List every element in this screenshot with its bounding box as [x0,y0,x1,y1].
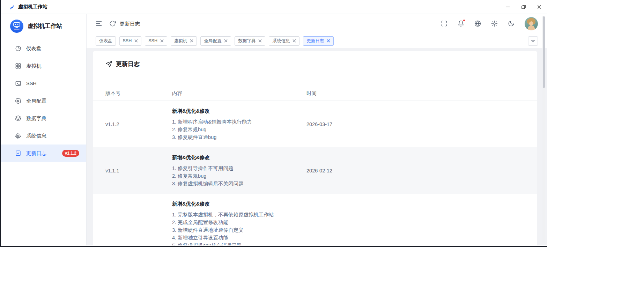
sidebar-item-vm[interactable]: 虚拟机 [1,57,86,75]
sidebar-item-global-config[interactable]: 全局配置 [1,92,86,110]
table-row: v1.1.1 新增&优化&修改 1. 修复引导操作不可用问题 2. 修复常规bu… [93,147,537,194]
user-avatar[interactable] [525,17,538,30]
log-items: 1. 完整版本虚拟机，不再依赖原虚拟机工作站 2. 完成全局配置修改功能 3. … [172,211,306,245]
tab-close-icon[interactable] [293,39,296,43]
terminal-icon [15,80,21,87]
cpu-icon [15,133,21,139]
log-item: 3. 新增硬件直通地址透传自定义 [172,226,306,234]
tab-label: 仪表盘 [99,38,112,44]
log-item: 1. 修复引导操作不可用问题 [172,164,306,172]
layers-icon [15,115,21,121]
content-cell: 新增&优化&修改 1. 新增程序启动&销毁脚本执行能力 2. 修复常规bug 3… [172,107,306,141]
tab-label: 系统信息 [272,38,290,44]
minimize-button[interactable] [500,0,516,14]
breadcrumb: 更新日志 [120,21,140,27]
log-heading: 新增&优化&修改 [172,107,306,115]
tab-data-dictionary[interactable]: 数据字典 [235,36,265,46]
notifications-button[interactable] [458,20,465,27]
window-title: 虚拟机工作站 [18,4,47,10]
vertical-scrollbar[interactable] [542,16,545,243]
log-items: 1. 新增程序启动&销毁脚本执行能力 2. 修复常规bug 3. 修复硬件直通b… [172,118,306,141]
dark-mode-moon-icon[interactable] [508,20,515,27]
tab-close-icon[interactable] [327,39,330,43]
version-badge: v1.1.2 [62,150,79,157]
sidebar-item-label: 系统信息 [26,133,46,139]
changelog-icon [15,150,21,156]
topbar: 更新日志 [87,14,547,34]
log-heading: 新增&优化&修改 [172,154,306,161]
time-cell: 2026-03-17 [306,121,525,127]
tab-close-icon[interactable] [190,39,193,43]
sidebar-item-dashboard[interactable]: 仪表盘 [1,40,86,57]
log-item: 3. 修复虚拟机编辑后不关闭问题 [172,180,306,187]
sidebar-item-system-info[interactable]: 系统信息 [1,127,86,144]
table-row: v1.1.2 新增&优化&修改 1. 新增程序启动&销毁脚本执行能力 2. 修复… [93,101,537,147]
globe-icon[interactable] [474,20,481,27]
content-area: 更新日志 版本号 内容 时间 v1.1.2 新增&优化&修改 [87,48,547,245]
tab-close-icon[interactable] [160,39,164,43]
close-button[interactable] [531,0,547,14]
tab-label: 全局配置 [204,38,221,44]
send-icon [105,61,112,68]
sidebar-item-ssh[interactable]: SSH [1,75,86,92]
fullscreen-icon[interactable] [441,20,448,27]
card-title: 更新日志 [116,60,140,68]
sidebar-logo-row: Libvirt 虚拟机工作站 [1,17,86,36]
sidebar-app-title: 虚拟机工作站 [28,22,62,30]
sidebar-item-changelog[interactable]: 更新日志 v1.1.2 [1,144,86,162]
scrollbar-thumb[interactable] [543,16,545,88]
log-item: 1. 新增程序启动&销毁脚本执行能力 [172,118,306,126]
tab-dashboard[interactable]: 仪表盘 [96,36,116,46]
window-controls [500,0,547,14]
sidebar-item-label: 更新日志 [26,150,46,157]
column-content: 内容 [172,90,306,97]
titlebar: 虚拟机工作站 [1,0,547,14]
maximize-button[interactable] [516,0,531,14]
tab-label: 更新日志 [306,38,324,44]
tab-label: SSH [148,38,157,43]
log-item: 2. 修复常规bug [172,126,306,133]
tab-system-info[interactable]: 系统信息 [269,36,299,46]
changelog-table: 版本号 内容 时间 v1.1.2 新增&优化&修改 1. 新增程序启动&销毁脚本… [93,86,537,245]
log-item: 1. 完整版本虚拟机，不再依赖原虚拟机工作站 [172,211,306,218]
sidebar-item-data-dictionary[interactable]: 数据字典 [1,110,86,127]
log-item: 3. 修复硬件直通bug [172,133,306,141]
changelog-card: 更新日志 版本号 内容 时间 v1.1.2 新增&优化&修改 [93,51,537,245]
tabs-dropdown-button[interactable] [528,36,538,46]
tab-global-config[interactable]: 全局配置 [200,36,231,46]
sidebar-item-label: SSH [26,81,37,86]
table-row: 新增&优化&修改 1. 完整版本虚拟机，不再依赖原虚拟机工作站 2. 完成全局配… [93,194,537,245]
tab-close-icon[interactable] [224,39,228,43]
tab-close-icon[interactable] [134,39,138,43]
tab-close-icon[interactable] [258,39,262,43]
tab-ssh-2[interactable]: SSH [145,36,167,46]
sidebar-item-label: 全局配置 [26,98,46,104]
chevron-down-icon [531,39,535,43]
refresh-icon[interactable] [109,20,116,27]
sidebar-menu: 仪表盘 虚拟机 SSH [1,40,86,162]
main-area: 更新日志 [87,14,547,245]
column-time: 时间 [306,90,525,97]
tab-vm[interactable]: 虚拟机 [171,36,197,46]
tab-changelog[interactable]: 更新日志 [303,36,334,46]
content-cell: 新增&优化&修改 1. 修复引导操作不可用问题 2. 修复常规bug 3. 修复… [172,154,306,187]
content-cell: 新增&优化&修改 1. 完整版本虚拟机，不再依赖原虚拟机工作站 2. 完成全局配… [172,200,306,245]
log-item: 5. 修复虚拟机cpu核心错误问题 [172,242,306,245]
menu-fold-icon[interactable] [96,20,103,27]
tab-ssh-1[interactable]: SSH [119,36,142,46]
notification-dot [462,19,466,22]
sidebar: Libvirt 虚拟机工作站 仪表盘 虚拟机 [1,14,87,245]
pie-chart-icon [15,45,21,52]
table-header: 版本号 内容 时间 [93,86,537,101]
log-item: 2. 修复常规bug [172,172,306,180]
log-items: 1. 修复引导操作不可用问题 2. 修复常规bug 3. 修复虚拟机编辑后不关闭… [172,164,306,187]
log-item: 4. 新增独立引导设置功能 [172,234,306,242]
settings-gear-icon[interactable] [491,20,498,27]
tab-label: SSH [123,38,132,43]
sidebar-item-label: 数据字典 [26,115,46,122]
app-window: 虚拟机工作站 Libvi [0,0,547,247]
tab-label: 数据字典 [238,38,256,44]
time-cell: 2026-02-12 [306,168,525,173]
tab-label: 虚拟机 [174,38,187,44]
version-cell: v1.1.2 [105,121,172,127]
